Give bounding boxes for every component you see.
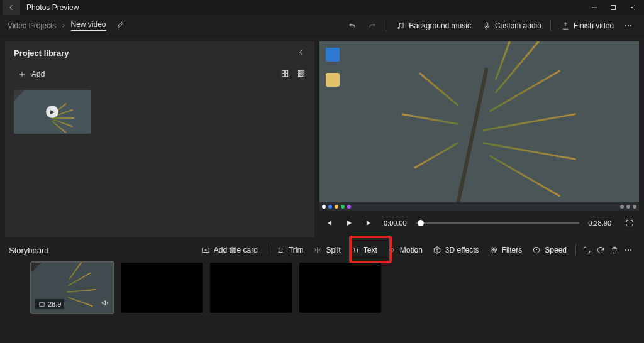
- svg-rect-6: [286, 70, 288, 73]
- svg-rect-8: [286, 74, 288, 76]
- step-forward-icon: [365, 219, 374, 227]
- 3d-effects-button[interactable]: 3D effects: [428, 243, 484, 257]
- text-icon: [351, 246, 360, 254]
- rotate-button[interactable]: [594, 243, 608, 257]
- storyboard-more-button[interactable]: [621, 243, 635, 257]
- svg-point-4: [630, 25, 631, 26]
- transport-controls: 0:00.00 0:28.90: [319, 217, 639, 229]
- custom-audio-button[interactable]: Custom audio: [477, 19, 547, 33]
- storyboard-clip[interactable]: [299, 263, 381, 313]
- motion-icon: [387, 246, 396, 254]
- speed-icon: [532, 246, 541, 254]
- svg-rect-12: [298, 72, 299, 74]
- clip-audio-button[interactable]: [101, 298, 109, 309]
- back-button[interactable]: [3, 0, 20, 15]
- svg-rect-14: [303, 72, 304, 74]
- library-title: Project library: [14, 48, 69, 58]
- speaker-icon: [101, 298, 109, 307]
- music-icon: [396, 21, 405, 30]
- step-back-icon: [325, 219, 333, 227]
- background-music-button[interactable]: Background music: [391, 19, 476, 33]
- svg-rect-1: [486, 22, 488, 26]
- trim-button[interactable]: Trim: [271, 243, 309, 257]
- split-button[interactable]: Split: [308, 243, 345, 257]
- motion-button[interactable]: Motion: [382, 243, 428, 257]
- filters-button[interactable]: Filters: [484, 243, 528, 257]
- film-icon: [38, 301, 45, 308]
- text-button[interactable]: Text: [346, 243, 382, 257]
- storyboard-clip[interactable]: [210, 263, 292, 313]
- svg-rect-17: [303, 75, 304, 76]
- storyboard-clip[interactable]: [121, 263, 203, 313]
- collapse-library-button[interactable]: [297, 48, 306, 58]
- svg-rect-15: [298, 75, 299, 76]
- add-media-button[interactable]: Add: [14, 67, 48, 81]
- rotate-icon: [596, 246, 605, 254]
- library-clip-thumbnail[interactable]: ▶: [14, 90, 91, 134]
- resize-button[interactable]: [580, 243, 594, 257]
- scrubber[interactable]: [416, 222, 580, 224]
- step-back-button[interactable]: [323, 217, 335, 229]
- project-library-panel: Project library Add: [5, 41, 314, 237]
- svg-rect-16: [301, 75, 302, 76]
- play-icon: [345, 219, 353, 227]
- plus-icon: [18, 70, 26, 79]
- close-icon: [628, 3, 636, 12]
- svg-rect-0: [611, 6, 616, 10]
- clip-duration-badge: 28.9: [35, 299, 64, 309]
- video-preview[interactable]: [319, 41, 639, 211]
- breadcrumb-root[interactable]: Video Projects: [8, 21, 56, 30]
- resize-icon: [582, 246, 591, 254]
- svg-rect-9: [298, 70, 299, 72]
- more-button[interactable]: [620, 19, 636, 33]
- play-icon: ▶: [46, 106, 58, 118]
- finish-video-button[interactable]: Finish video: [556, 19, 619, 33]
- desktop-icon: [326, 48, 340, 62]
- storyboard-clip[interactable]: 28.9: [31, 263, 113, 313]
- add-title-card-button[interactable]: Add title card: [196, 243, 263, 257]
- svg-point-3: [628, 25, 629, 26]
- card-plus-icon: [201, 246, 210, 254]
- preview-taskbar: [319, 202, 639, 211]
- view-small-button[interactable]: [297, 69, 306, 80]
- minimize-icon: [590, 3, 599, 12]
- svg-point-2: [625, 25, 626, 26]
- svg-rect-26: [40, 302, 44, 306]
- svg-rect-11: [303, 70, 304, 72]
- redo-icon: [368, 21, 377, 30]
- delete-button[interactable]: [608, 243, 621, 257]
- svg-point-23: [625, 249, 626, 251]
- redo-button[interactable]: [363, 19, 382, 33]
- maximize-icon: [609, 3, 618, 12]
- svg-rect-10: [301, 70, 302, 72]
- duration: 0:28.90: [588, 219, 611, 227]
- undo-button[interactable]: [343, 19, 362, 33]
- scrubber-knob[interactable]: [418, 220, 424, 226]
- mic-icon: [482, 21, 491, 30]
- speed-button[interactable]: Speed: [527, 243, 572, 257]
- svg-rect-7: [282, 74, 284, 76]
- trim-icon: [276, 246, 285, 254]
- storyboard-title: Storyboard: [9, 246, 49, 255]
- svg-rect-5: [282, 70, 284, 73]
- svg-rect-13: [301, 72, 302, 74]
- current-time: 0:00.00: [384, 219, 407, 227]
- breadcrumb-current[interactable]: New video: [71, 20, 106, 31]
- export-icon: [561, 21, 570, 30]
- play-button[interactable]: [343, 217, 355, 229]
- edit-title-button[interactable]: [116, 20, 125, 31]
- view-large-button[interactable]: [280, 69, 289, 80]
- step-forward-button[interactable]: [364, 217, 375, 229]
- fullscreen-button[interactable]: [624, 217, 635, 229]
- window-maximize-button[interactable]: [604, 0, 623, 15]
- svg-point-25: [630, 249, 631, 251]
- window-minimize-button[interactable]: [585, 0, 604, 15]
- chevron-right-icon: ›: [62, 22, 64, 29]
- pencil-icon: [116, 20, 125, 29]
- filters-icon: [489, 246, 498, 254]
- arrow-left-icon: [7, 3, 16, 12]
- grid-large-icon: [280, 69, 289, 78]
- window-close-button[interactable]: [623, 0, 641, 15]
- app-title: Photos Preview: [26, 3, 79, 12]
- fullscreen-icon: [625, 219, 634, 227]
